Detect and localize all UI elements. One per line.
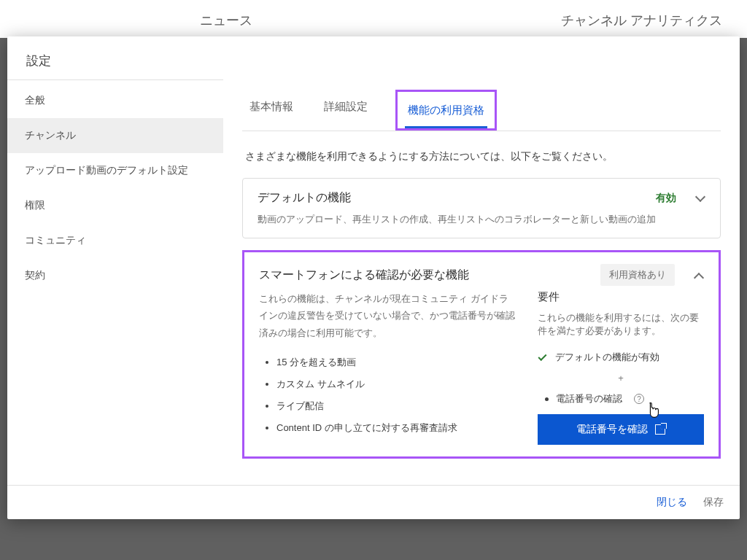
chevron-down-icon[interactable] <box>695 193 705 203</box>
bg-spacer2 <box>277 0 536 38</box>
sidebar-item-community[interactable]: コミュニティ <box>7 223 223 258</box>
requirement-default-enabled: デフォルトの機能が有効 <box>538 346 704 368</box>
bullet-icon <box>545 397 549 401</box>
settings-content: 基本情報 詳細設定 機能の利用資格 さまざまな機能を利用できるようにする方法につ… <box>223 79 740 485</box>
sidebar-item-upload-defaults[interactable]: アップロード動画のデフォルト設定 <box>7 153 223 188</box>
feature-contentid-appeal: Content ID の申し立てに対する再審査請求 <box>276 417 516 439</box>
eligible-badge: 利用資格あり <box>600 264 675 286</box>
default-card-title: デフォルトの機能 <box>258 190 647 206</box>
background-bar: ニュース チャンネル アナリティクス <box>0 0 747 38</box>
default-card-subtitle: 動画のアップロード、再生リストの作成、再生リストへのコラボレーターと新しい動画の… <box>258 213 705 226</box>
requirements-desc: これらの機能を利用するには、次の要件を満たす必要があります。 <box>538 311 704 338</box>
sidebar-item-general[interactable]: 全般 <box>7 83 223 118</box>
enabled-badge: 有効 <box>656 192 676 205</box>
phone-features-card: スマートフォンによる確認が必要な機能 利用資格あり これらの機能は、チャンネルが… <box>242 250 721 459</box>
phone-card-desc: これらの機能は、チャンネルが現在コミュニティ ガイドラインの違反警告を受けていな… <box>259 290 516 341</box>
phone-card-header: スマートフォンによる確認が必要な機能 利用資格あり <box>259 264 704 286</box>
requirements-title: 要件 <box>538 290 704 304</box>
settings-sidebar: 全般 チャンネル アップロード動画のデフォルト設定 権限 コミュニティ 契約 <box>7 79 223 485</box>
phone-card-split: これらの機能は、チャンネルが現在コミュニティ ガイドラインの違反警告を受けていな… <box>259 290 704 445</box>
tab-row: 基本情報 詳細設定 機能の利用資格 <box>242 79 721 131</box>
req-phone-label: 電話番号の確認 <box>556 392 622 405</box>
bg-tab-analytics: チャンネル アナリティクス <box>536 0 747 38</box>
req-default-label: デフォルトの機能が有効 <box>555 351 659 364</box>
phone-card-title: スマートフォンによる確認が必要な機能 <box>259 268 592 283</box>
check-icon <box>538 352 548 362</box>
feature-custom-thumbnail: カスタム サムネイル <box>276 373 516 395</box>
save-button[interactable]: 保存 <box>703 496 724 509</box>
settings-modal: 設定 全般 チャンネル アップロード動画のデフォルト設定 権限 コミュニティ 契… <box>7 36 740 519</box>
feature-live-streaming: ライブ配信 <box>276 395 516 417</box>
help-icon[interactable]: ? <box>634 394 644 404</box>
modal-footer: 閉じる 保存 <box>7 485 740 519</box>
tab-feature-eligibility[interactable]: 機能の利用資格 <box>405 96 487 128</box>
bg-tab-news: ニュース <box>175 0 277 38</box>
modal-body: 全般 チャンネル アップロード動画のデフォルト設定 権限 コミュニティ 契約 基… <box>7 79 740 485</box>
feature-15min: 15 分を超える動画 <box>276 351 516 373</box>
phone-card-requirements: 要件 これらの機能を利用するには、次の要件を満たす必要があります。 デフォルトの… <box>538 290 704 445</box>
bg-spacer <box>0 0 175 38</box>
verify-phone-label: 電話番号を確認 <box>576 423 648 436</box>
tab-eligibility-highlight: 機能の利用資格 <box>395 90 497 131</box>
sidebar-item-contracts[interactable]: 契約 <box>7 258 223 293</box>
tab-basic-info[interactable]: 基本情報 <box>247 90 296 127</box>
sidebar-item-channel[interactable]: チャンネル <box>7 118 223 153</box>
cursor-icon <box>646 402 662 421</box>
verify-phone-button[interactable]: 電話番号を確認 <box>538 414 704 445</box>
tab-advanced[interactable]: 詳細設定 <box>321 90 371 127</box>
chevron-up-icon[interactable] <box>694 270 704 280</box>
default-card-header: デフォルトの機能 有効 <box>258 190 705 206</box>
intro-text: さまざまな機能を利用できるようにする方法については、以下をご覧ください。 <box>245 150 718 163</box>
phone-card-left: これらの機能は、チャンネルが現在コミュニティ ガイドラインの違反警告を受けていな… <box>259 290 516 445</box>
requirement-phone-verify: 電話番号の確認 ? <box>538 388 704 414</box>
sidebar-item-permissions[interactable]: 権限 <box>7 188 223 223</box>
default-features-card[interactable]: デフォルトの機能 有効 動画のアップロード、再生リストの作成、再生リストへのコラ… <box>242 178 721 238</box>
external-link-icon <box>655 424 665 435</box>
plus-separator: + <box>538 368 704 388</box>
phone-features-list: 15 分を超える動画 カスタム サムネイル ライブ配信 Content ID の… <box>276 351 516 439</box>
modal-title: 設定 <box>7 36 740 79</box>
close-button[interactable]: 閉じる <box>657 496 687 509</box>
